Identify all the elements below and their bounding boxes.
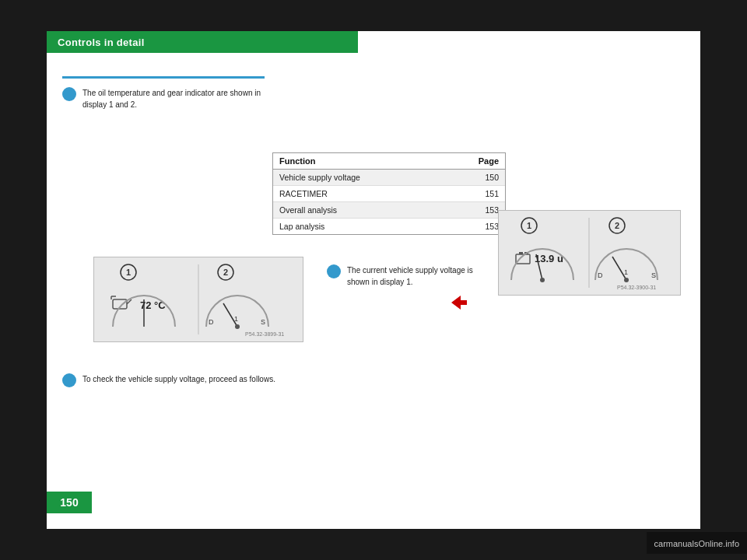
svg-text:S: S xyxy=(261,318,265,326)
row-1-page: 150 xyxy=(460,173,499,182)
svg-rect-25 xyxy=(519,252,523,254)
svg-text:1: 1 xyxy=(624,268,628,276)
svg-text:1: 1 xyxy=(527,221,531,230)
row-3-function: Overall analysis xyxy=(279,205,460,215)
page-number: 150 xyxy=(60,496,78,509)
section-3-text: To check the vehicle supply voltage, pro… xyxy=(82,373,275,385)
table-row: RACETIMER 151 xyxy=(273,186,505,202)
svg-point-36 xyxy=(624,278,629,282)
watermark: carmanualsOnline.info xyxy=(647,532,747,554)
row-4-function: Lap analysis xyxy=(279,222,460,231)
col-function-header: Function xyxy=(279,156,460,166)
instrument-image-left: 1 72 °C 2 D 1 S P54.32-3 xyxy=(93,257,303,342)
svg-text:P54.32-3899-31: P54.32-3899-31 xyxy=(245,331,284,337)
function-table: Function Page Vehicle supply voltage 150… xyxy=(272,152,506,235)
svg-marker-19 xyxy=(451,296,467,310)
bullet-3 xyxy=(62,373,76,387)
row-2-page: 151 xyxy=(460,189,499,198)
svg-text:S: S xyxy=(651,271,656,279)
header-bar: Controls in detail xyxy=(47,31,358,53)
instrument-image-right: 1 13.9 u 2 D 1 S P54.32-3900-31 xyxy=(498,210,681,296)
section-3: To check the vehicle supply voltage, pro… xyxy=(62,373,296,387)
watermark-text: carmanualsOnline.info xyxy=(654,539,739,548)
page-number-box: 150 xyxy=(47,492,92,513)
svg-text:1: 1 xyxy=(126,268,131,277)
svg-point-17 xyxy=(235,324,240,329)
header-title: Controls in detail xyxy=(58,37,145,48)
table-row: Vehicle supply voltage 150 xyxy=(273,170,505,186)
svg-text:2: 2 xyxy=(615,221,619,230)
table-header: Function Page xyxy=(273,153,505,170)
section-1: The oil temperature and gear indicator a… xyxy=(62,87,265,110)
col-page-header: Page xyxy=(460,156,499,166)
svg-rect-1 xyxy=(198,261,300,338)
row-4-page: 153 xyxy=(460,222,499,231)
svg-point-29 xyxy=(540,278,545,282)
bullet-1 xyxy=(62,87,76,101)
svg-text:D: D xyxy=(209,318,214,326)
svg-text:1: 1 xyxy=(234,315,238,323)
svg-text:2: 2 xyxy=(223,268,228,277)
row-1-function: Vehicle supply voltage xyxy=(279,173,460,182)
row-2-function: RACETIMER xyxy=(279,189,460,198)
table-row: Overall analysis 153 xyxy=(273,202,505,219)
section-1-text: The oil temperature and gear indicator a… xyxy=(82,87,265,110)
page-content: Controls in detail The oil temperature a… xyxy=(47,31,700,529)
row-3-page: 153 xyxy=(460,205,499,215)
red-arrow-note xyxy=(451,296,467,313)
bullet-2 xyxy=(327,264,341,278)
section-2-text: The current vehicle supply voltage is sh… xyxy=(347,264,490,288)
accent-line xyxy=(62,76,265,79)
svg-text:P54.32-3900-31: P54.32-3900-31 xyxy=(617,285,656,290)
table-row: Lap analysis 153 xyxy=(273,219,505,234)
section-2: The current vehicle supply voltage is sh… xyxy=(327,264,490,288)
svg-text:D: D xyxy=(598,271,603,279)
